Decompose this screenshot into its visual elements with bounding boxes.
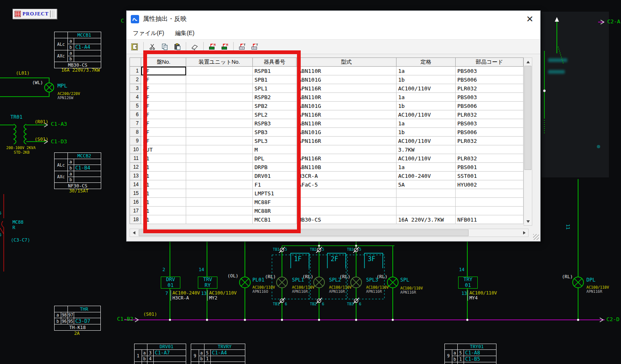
grid-cell[interactable]: AC100/110V [397,84,456,93]
grid-cell[interactable]: MB30-CS [297,215,397,224]
cad-label: STD-2KB [14,151,30,155]
row-number-cell[interactable]: 3 [130,84,141,93]
grid-cell[interactable]: ABN110B [297,163,397,172]
row-number-cell[interactable]: 17 [130,207,141,215]
grid-cell[interactable] [456,198,524,207]
grid-cell[interactable]: 16A 220V/3.7KW [397,215,456,224]
grid-cell[interactable]: NFB011 [456,215,524,224]
row-number-cell[interactable]: 12 [130,163,141,172]
cad-label: DPL [586,277,596,283]
grid-cell[interactable]: PBS006 [456,102,524,110]
grid-cell[interactable]: ABN110R [297,93,397,102]
grid-cell[interactable]: APN116R [297,84,397,93]
grid-cell[interactable]: 1a [397,67,456,75]
grid-cell[interactable]: AFaC-5 [297,180,397,189]
app-icon [131,15,139,23]
grid-cell[interactable] [297,198,397,207]
project-toolbar[interactable]: PROJECT [12,9,57,19]
grid-cell[interactable]: ABN110R [297,67,397,75]
row-number-cell[interactable]: 9 [130,137,141,145]
grid-cell[interactable]: PLR032 [456,154,524,163]
grid-cell[interactable]: APN116R [297,154,397,163]
grid-cell[interactable] [397,198,456,207]
grid-cell[interactable]: APN116R [297,110,397,119]
exit-icon-button[interactable] [129,42,140,52]
grid-cell[interactable]: 1b [397,128,456,137]
grid-cell[interactable]: PLR032 [456,84,524,93]
row-number-cell[interactable]: 16 [130,198,141,207]
grid-cell[interactable]: AC100/110V [397,110,456,119]
close-button[interactable]: ✕ [524,13,536,25]
svg-text:R: R [226,43,228,46]
grid-cell[interactable]: PBS003 [456,93,524,102]
row-number-cell[interactable]: 1 [130,67,141,75]
grid-cell[interactable]: 1a [397,119,456,128]
grid-cell[interactable]: AC100-240V [397,172,456,180]
grid-cell[interactable]: 3.7KW [397,145,456,154]
grid-cell[interactable]: H3CR-A [297,172,397,180]
col-header-buhin-code[interactable]: 部品コード [456,58,524,67]
cad-label: APN116R [366,290,382,294]
row-number-cell[interactable]: 10 [130,145,141,154]
row-number-cell[interactable]: 18 [130,215,141,224]
grid-cell[interactable]: HYU002 [456,180,524,189]
grid-cell[interactable]: PBS003 [456,119,524,128]
grid-cell[interactable] [297,207,397,215]
scroll-down-button[interactable] [524,218,531,225]
grid-cell[interactable]: 1b [397,75,456,84]
grid-cell[interactable]: PBS003 [456,67,524,75]
col-header-teikaku[interactable]: 定格 [397,58,456,67]
grid-cell[interactable]: AC100/110V [397,137,456,145]
grid-cell[interactable]: AC100/110V [397,154,456,163]
resize-grip[interactable] [533,234,539,240]
row-number-cell[interactable]: 11 [130,154,141,163]
grid-cell[interactable]: ABN101G [297,102,397,110]
grid-cell[interactable]: 1a [397,93,456,102]
grid-cell[interactable]: SST001 [456,172,524,180]
row-number-cell[interactable]: 14 [130,180,141,189]
row-number-cell[interactable]: 13 [130,172,141,180]
menu-edit[interactable]: 編集(E) [175,30,195,37]
vertical-scrollbar[interactable] [524,57,532,226]
grid-cell[interactable] [297,145,397,154]
grid-cell[interactable]: ABN101G [297,75,397,84]
grid-cell[interactable] [456,207,524,215]
grid-cell[interactable]: PLR032 [456,137,524,145]
grid-cell[interactable] [456,145,524,154]
cad-label: 13 [461,291,467,296]
grid-cell[interactable]: ABN101G [297,128,397,137]
grid-cell[interactable]: PBS006 [456,75,524,84]
grid-cell[interactable]: ABN110R [297,119,397,128]
grid-cell[interactable]: 5A [397,180,456,189]
row-number-cell[interactable]: 7 [130,119,141,128]
scroll-right-button[interactable] [521,229,528,236]
grid-cell[interactable]: PLR032 [456,110,524,119]
row-number-cell[interactable]: 6 [130,110,141,119]
cad-label: PL01 [252,277,264,283]
row-number-cell[interactable]: 8 [130,128,141,137]
grid-cell[interactable] [397,207,456,215]
cad-label: APN116R [329,290,345,294]
grid-cell[interactable]: APN116R [297,137,397,145]
toolbar-grip-handle[interactable] [50,10,55,17]
grid-cell[interactable] [297,189,397,198]
grid-cell[interactable]: PBS006 [456,128,524,137]
device-box-label: RY [198,283,217,288]
col-header-katashiki[interactable]: 型式 [297,58,397,67]
grid-cell[interactable] [397,189,456,198]
scroll-left-button[interactable] [130,229,137,236]
cad-label: 6 [285,302,287,306]
vertical-scroll-thumb[interactable] [524,66,531,170]
row-number-cell[interactable]: 5 [130,102,141,110]
row-number-cell[interactable]: 2 [130,75,141,84]
row-number-cell[interactable]: 15 [130,189,141,198]
grid-cell[interactable]: 1a [397,163,456,172]
menu-file[interactable]: ファイル(F) [133,30,164,37]
grid-cell[interactable]: PBS001 [456,163,524,172]
grid-cell[interactable] [456,189,524,198]
svg-text:T: T [256,43,258,46]
row-number-cell[interactable]: 4 [130,93,141,102]
dialog-titlebar[interactable]: 属性抽出・反映 ✕ [127,11,540,27]
scroll-up-button[interactable] [524,58,531,65]
grid-cell[interactable]: 1b [397,102,456,110]
